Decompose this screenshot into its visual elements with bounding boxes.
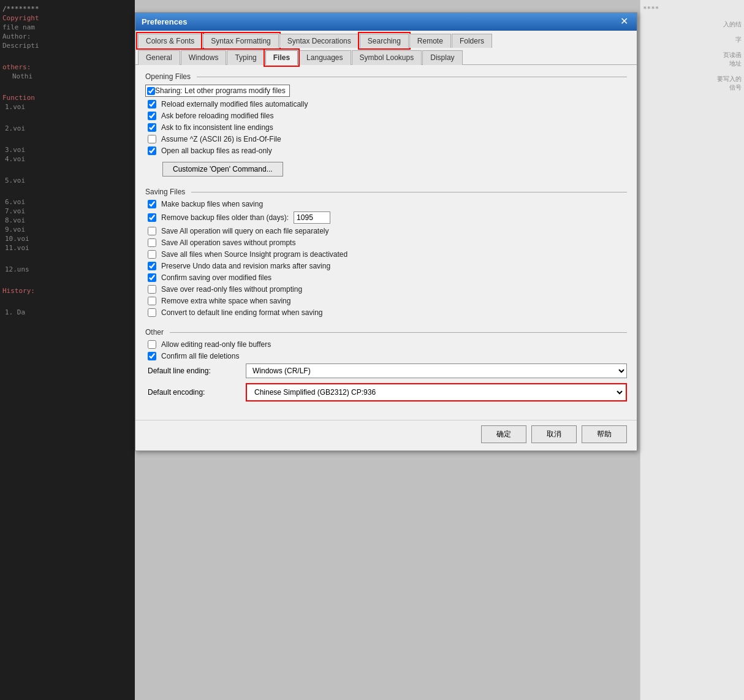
right-background: **** 入的结字页读函地址要写入的信号 [640,0,744,700]
save-all-noprompt-label: Save All operation saves without prompts [161,238,295,247]
tab-remote[interactable]: Remote [409,34,451,48]
save-deactivated-label: Save all files when Source Insight progr… [161,250,347,259]
make-backup-label: Make backup files when saving [161,200,263,208]
backup-days-input[interactable] [294,211,330,224]
tab-files[interactable]: Files [265,50,298,65]
close-button[interactable]: ✕ [618,17,631,26]
preferences-dialog: Preferences ✕ Colors & Fonts Syntax Form… [135,12,637,451]
remove-backup-row: Remove backup files older than (days): [145,211,627,224]
save-readonly-checkbox[interactable] [148,285,156,294]
save-all-noprompt-checkbox[interactable] [148,238,156,247]
open-backup-label: Open all backup files as read-only [161,146,272,155]
tab-folders[interactable]: Folders [452,34,492,48]
remove-backup-checkbox[interactable] [148,213,156,222]
sharing-label: Sharing: Let other programs modify files [155,86,286,95]
encoding-row: Default encoding: Chinese Simplified (GB… [145,383,627,401]
tabs-row-1: Colors & Fonts Syntax Formatting Syntax … [135,31,637,47]
other-label: Other [145,328,627,337]
make-backup-checkbox[interactable] [148,200,156,208]
opening-files-section: Opening Files Sharing: Let other program… [145,72,627,177]
dialog-titlebar: Preferences ✕ [135,13,637,31]
allow-editing-row: Allow editing read-only file buffers [145,340,627,349]
ok-button[interactable]: 确定 [481,425,526,443]
ask-fix-checkbox[interactable] [148,123,156,132]
tab-searching[interactable]: Searching [360,34,409,48]
allow-editing-checkbox[interactable] [148,340,156,349]
code-background: /******** Copyright file nam Author: Des… [0,0,135,700]
preserve-undo-checkbox[interactable] [148,262,156,270]
dialog-title: Preferences [142,17,187,26]
saving-files-section: Saving Files Make backup files when savi… [145,188,627,317]
ask-fix-checkbox-row: Ask to fix inconsistent line endings [145,123,627,132]
confirm-delete-label: Confirm all file deletions [161,352,239,360]
save-all-query-row: Save All operation will query on each fi… [145,227,627,235]
preserve-undo-row: Preserve Undo data and revision marks af… [145,262,627,270]
line-ending-select[interactable]: Windows (CR/LF) Unix (LF) Mac (CR) [246,363,627,378]
tab-windows[interactable]: Windows [181,50,227,65]
tab-symbol-lookups[interactable]: Symbol Lookups [352,50,422,65]
save-readonly-label: Save over read-only files without prompt… [161,285,302,294]
remove-whitespace-row: Remove extra white space when saving [145,297,627,305]
remove-backup-label: Remove backup files older than (days): [161,213,289,222]
saving-files-label: Saving Files [145,188,627,196]
line-ending-label: Default line ending: [148,367,246,375]
save-deactivated-row: Save all files when Source Insight progr… [145,250,627,259]
tab-general[interactable]: General [138,50,180,65]
convert-ending-checkbox[interactable] [148,308,156,317]
cancel-button[interactable]: 取消 [531,425,577,443]
sharing-checkbox[interactable] [147,87,155,95]
remove-whitespace-label: Remove extra white space when saving [161,297,290,305]
tab-syntax-decorations[interactable]: Syntax Decorations [279,34,359,48]
ask-reload-label: Ask before reloading modified files [161,112,273,120]
customize-open-button[interactable]: Customize 'Open' Command... [162,162,283,177]
convert-ending-row: Convert to default line ending format wh… [145,308,627,317]
confirm-saving-row: Confirm saving over modified files [145,273,627,282]
open-backup-checkbox[interactable] [148,146,156,155]
preserve-undo-label: Preserve Undo data and revision marks af… [161,262,330,270]
ask-fix-label: Ask to fix inconsistent line endings [161,123,273,132]
save-all-query-checkbox[interactable] [148,227,156,235]
dialog-body: Opening Files Sharing: Let other program… [135,65,637,420]
tab-languages[interactable]: Languages [298,50,351,65]
convert-ending-label: Convert to default line ending format wh… [161,308,323,317]
encoding-label: Default encoding: [148,388,246,397]
tab-syntax-formatting[interactable]: Syntax Formatting [203,34,278,48]
other-section: Other Allow editing read-only file buffe… [145,328,627,401]
help-button[interactable]: 帮助 [582,425,627,443]
assume-z-label: Assume ^Z (ASCII 26) is End-Of-File [161,135,281,143]
opening-files-label: Opening Files [145,72,627,81]
save-deactivated-checkbox[interactable] [148,250,156,259]
encoding-select-wrapper: Chinese Simplified (GB2312) CP:936 UTF-8… [246,383,627,401]
make-backup-row: Make backup files when saving [145,200,627,208]
confirm-saving-checkbox[interactable] [148,273,156,282]
tab-colors-fonts[interactable]: Colors & Fonts [138,34,202,48]
tab-typing[interactable]: Typing [227,50,264,65]
assume-z-checkbox[interactable] [148,135,156,143]
save-readonly-row: Save over read-only files without prompt… [145,285,627,294]
reload-label: Reload externally modified files automat… [161,100,308,108]
save-all-noprompt-row: Save All operation saves without prompts [145,238,627,247]
tabs-row-2: General Windows Typing Files Languages S… [135,47,637,64]
tab-display[interactable]: Display [422,50,462,65]
encoding-select[interactable]: Chinese Simplified (GB2312) CP:936 UTF-8… [248,386,624,399]
allow-editing-label: Allow editing read-only file buffers [161,340,271,349]
save-all-query-label: Save All operation will query on each fi… [161,227,329,235]
confirm-delete-checkbox[interactable] [148,352,156,360]
tabs-container: Colors & Fonts Syntax Formatting Syntax … [135,31,637,65]
confirm-saving-label: Confirm saving over modified files [161,273,271,282]
ask-reload-checkbox[interactable] [148,112,156,120]
ask-reload-checkbox-row: Ask before reloading modified files [145,112,627,120]
confirm-delete-row: Confirm all file deletions [145,352,627,360]
reload-checkbox[interactable] [148,100,156,108]
line-ending-row: Default line ending: Windows (CR/LF) Uni… [145,363,627,378]
reload-checkbox-row: Reload externally modified files automat… [145,100,627,108]
sharing-checkbox-row: Sharing: Let other programs modify files [145,85,290,97]
remove-whitespace-checkbox[interactable] [148,297,156,305]
dialog-footer: 确定 取消 帮助 [135,420,637,451]
open-backup-checkbox-row: Open all backup files as read-only [145,146,627,155]
assume-z-checkbox-row: Assume ^Z (ASCII 26) is End-Of-File [145,135,627,143]
